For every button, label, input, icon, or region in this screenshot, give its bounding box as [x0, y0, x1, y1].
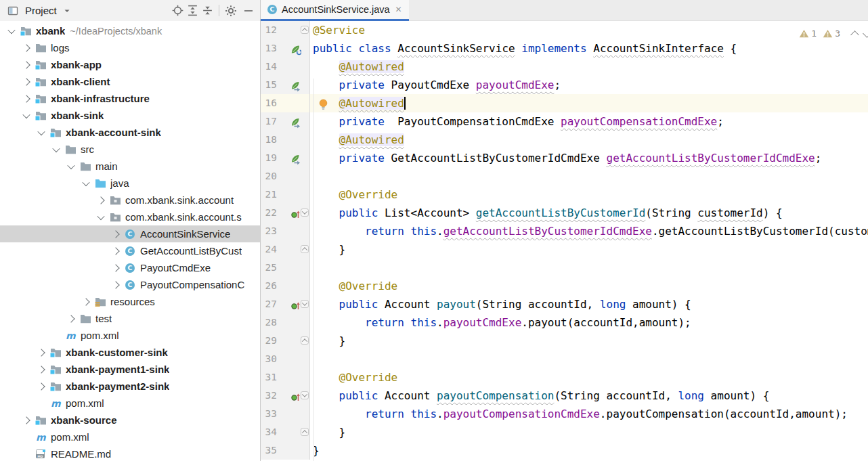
- gutter[interactable]: 34: [261, 423, 310, 441]
- tree-item[interactable]: CGetAccountListByCust: [0, 242, 260, 259]
- override-icon[interactable]: [290, 207, 301, 218]
- tree-item[interactable]: xbank~/IdeaProjects/xbank: [0, 22, 260, 39]
- line-number[interactable]: 23: [261, 222, 277, 240]
- code-text[interactable]: @Override: [310, 185, 868, 204]
- code-line[interactable]: 33 return this.payoutCompensationCmdExe.…: [261, 405, 868, 423]
- tree-chevron-icon[interactable]: [93, 198, 108, 203]
- fold-marker-icon[interactable]: [301, 428, 309, 436]
- code-line[interactable]: 20: [261, 167, 868, 185]
- tree-item[interactable]: xbank-sink: [0, 107, 260, 124]
- line-number[interactable]: 18: [261, 131, 277, 149]
- gutter[interactable]: 17: [261, 112, 310, 131]
- tree-item[interactable]: logs: [0, 39, 260, 56]
- code-text[interactable]: @Autowired: [310, 58, 868, 76]
- tree-chevron-icon[interactable]: [49, 147, 64, 152]
- code-line[interactable]: 15 private PayoutCmdExe payoutCmdExe;: [261, 76, 868, 94]
- fold-marker-icon[interactable]: [301, 300, 309, 308]
- code-line[interactable]: 27 public Account payout(String accountI…: [261, 295, 868, 313]
- gutter[interactable]: 29: [261, 332, 310, 350]
- chevron-down-icon[interactable]: [863, 29, 868, 38]
- tree-item[interactable]: xbank-source: [0, 412, 260, 429]
- line-number[interactable]: 12: [261, 21, 277, 39]
- fold-marker-icon[interactable]: [301, 336, 309, 345]
- override-icon[interactable]: [290, 390, 301, 401]
- gutter[interactable]: 22: [261, 204, 310, 222]
- tree-chevron-icon[interactable]: [34, 384, 49, 389]
- gutter[interactable]: 14: [261, 58, 310, 76]
- gutter[interactable]: 32: [261, 387, 310, 405]
- tree-chevron-icon[interactable]: [108, 232, 123, 237]
- tree-item[interactable]: test: [0, 310, 260, 327]
- tree-item[interactable]: xbank-customer-sink: [0, 344, 260, 361]
- code-editor[interactable]: 12@Service13public class AccountSinkServ…: [261, 21, 868, 461]
- line-number[interactable]: 27: [261, 295, 277, 313]
- code-text[interactable]: @Override: [310, 368, 868, 387]
- override-icon[interactable]: [290, 299, 301, 309]
- tree-chevron-icon[interactable]: [19, 418, 34, 423]
- gutter[interactable]: 13: [261, 39, 310, 58]
- line-number[interactable]: 20: [261, 167, 277, 185]
- code-line[interactable]: 18 @Autowired: [261, 131, 868, 149]
- code-line[interactable]: 16 @Autowired: [261, 94, 868, 112]
- fold-marker-icon[interactable]: [301, 26, 309, 34]
- tree-chevron-icon[interactable]: [34, 350, 49, 355]
- collapse-all-icon[interactable]: [200, 3, 215, 18]
- line-number[interactable]: 22: [261, 204, 277, 222]
- gutter[interactable]: 30: [261, 350, 310, 368]
- chevron-up-icon[interactable]: [850, 30, 859, 39]
- tree-chevron-icon[interactable]: [93, 215, 108, 220]
- code-text[interactable]: [310, 259, 868, 277]
- code-line[interactable]: 17 private PayoutCompensationCmdExe payo…: [261, 112, 868, 131]
- code-text[interactable]: @Service: [310, 21, 868, 39]
- spring-bean-icon[interactable]: [290, 43, 301, 53]
- intention-bulb-icon[interactable]: [318, 97, 328, 109]
- code-line[interactable]: 21 @Override: [261, 185, 868, 204]
- line-number[interactable]: 33: [261, 405, 277, 423]
- code-line[interactable]: 13public class AccountSinkService implem…: [261, 39, 868, 58]
- code-text[interactable]: return this.payoutCompensationCmdExe.pay…: [310, 405, 868, 423]
- line-number[interactable]: 28: [261, 313, 277, 332]
- tree-chevron-icon[interactable]: [19, 62, 34, 68]
- code-text[interactable]: [310, 167, 868, 185]
- code-line[interactable]: 30: [261, 350, 868, 368]
- code-text[interactable]: public List<Account> getAccountListByCus…: [310, 204, 868, 222]
- code-line[interactable]: 23 return this.getAccountListByCustomerI…: [261, 222, 868, 240]
- code-text[interactable]: public Account payoutCompensation(String…: [310, 387, 868, 405]
- line-number[interactable]: 26: [261, 277, 277, 295]
- line-number[interactable]: 29: [261, 332, 277, 350]
- line-number[interactable]: 19: [261, 149, 277, 167]
- code-line[interactable]: 34 }: [261, 423, 868, 441]
- tree-chevron-icon[interactable]: [19, 113, 34, 118]
- fold-marker-icon[interactable]: [301, 391, 309, 399]
- fold-marker-icon[interactable]: [301, 245, 309, 253]
- code-text[interactable]: private GetAccountListByCustomerIdCmdExe…: [310, 149, 868, 167]
- code-line[interactable]: 31 @Override: [261, 368, 868, 387]
- code-text[interactable]: [310, 350, 868, 368]
- tree-chevron-icon[interactable]: [79, 181, 93, 186]
- gutter[interactable]: 20: [261, 167, 310, 185]
- line-number[interactable]: 24: [261, 240, 277, 259]
- spring-autowire-icon[interactable]: [290, 116, 301, 127]
- tree-chevron-icon[interactable]: [34, 130, 49, 135]
- tree-chevron-icon[interactable]: [108, 282, 123, 288]
- line-number[interactable]: 13: [261, 39, 277, 58]
- code-text[interactable]: @Override: [310, 277, 868, 295]
- tree-item[interactable]: main: [0, 158, 260, 175]
- tool-window-icon[interactable]: [5, 3, 20, 18]
- code-line[interactable]: 14 @Autowired: [261, 58, 868, 76]
- gutter[interactable]: 26: [261, 277, 310, 295]
- tree-chevron-icon[interactable]: [4, 28, 19, 34]
- code-text[interactable]: }: [310, 423, 868, 441]
- close-icon[interactable]: ✕: [395, 5, 402, 14]
- tree-chevron-icon[interactable]: [108, 248, 123, 254]
- expand-all-icon[interactable]: [185, 3, 200, 18]
- tree-item[interactable]: java: [0, 175, 260, 192]
- tree-item[interactable]: CPayoutCompensationC: [0, 276, 260, 293]
- tree-chevron-icon[interactable]: [19, 79, 34, 85]
- line-number[interactable]: 14: [261, 58, 277, 76]
- tree-item[interactable]: xbank-payment1-sink: [0, 361, 260, 378]
- gutter[interactable]: 33: [261, 405, 310, 423]
- line-number[interactable]: 30: [261, 350, 277, 368]
- line-number[interactable]: 25: [261, 259, 277, 277]
- spring-autowire-icon[interactable]: [290, 152, 301, 163]
